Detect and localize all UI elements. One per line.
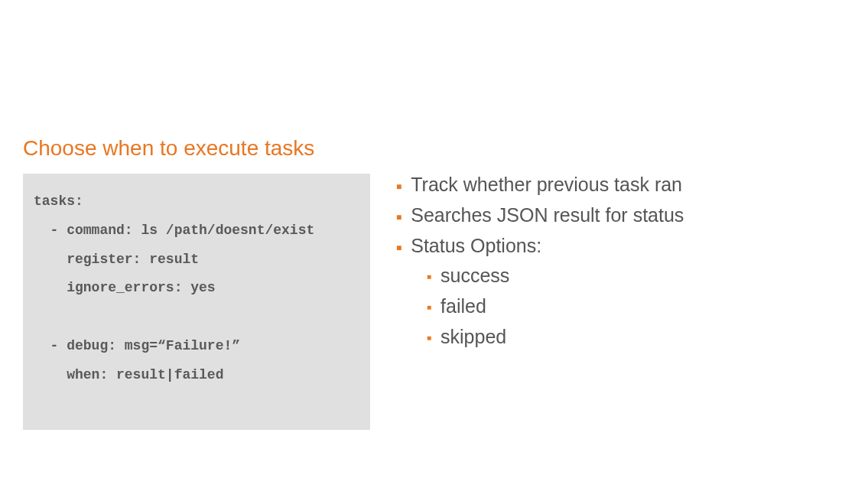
bullet-icon: ■ — [427, 303, 431, 311]
bullet-icon: ■ — [427, 333, 431, 342]
code-block: tasks: - command: ls /path/doesnt/exist … — [23, 174, 370, 430]
bullet-text: success — [441, 263, 509, 289]
list-item: ■ Status Options: — [396, 233, 809, 259]
bullet-text: failed — [441, 294, 486, 320]
bullet-icon: ■ — [396, 242, 401, 253]
bullet-list: ■ Track whether previous task ran ■ Sear… — [396, 172, 809, 355]
list-item: ■ skipped — [427, 324, 809, 350]
bullet-text: Searches JSON result for status — [411, 203, 684, 229]
bullet-icon: ■ — [427, 272, 431, 281]
bullet-icon: ■ — [396, 181, 401, 192]
bullet-text: Track whether previous task ran — [411, 172, 682, 198]
bullet-icon: ■ — [396, 212, 401, 223]
list-item: ■ success — [427, 263, 809, 289]
list-item: ■ failed — [427, 294, 809, 320]
slide-title: Choose when to execute tasks — [23, 136, 314, 161]
list-item: ■ Searches JSON result for status — [396, 203, 809, 229]
bullet-text: skipped — [441, 324, 506, 350]
list-item: ■ Track whether previous task ran — [396, 172, 809, 198]
bullet-text: Status Options: — [411, 233, 541, 259]
